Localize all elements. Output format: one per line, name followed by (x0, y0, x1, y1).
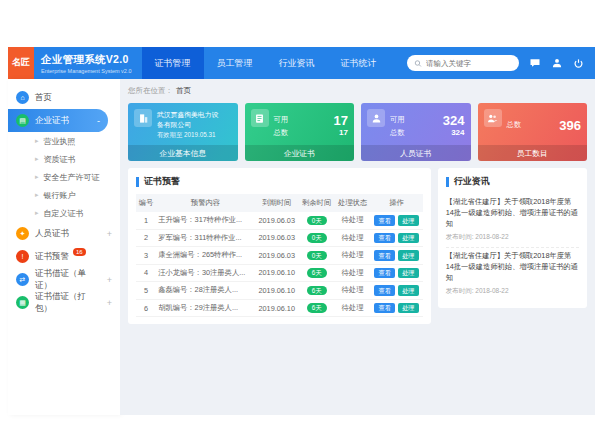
stat-value-total: 396 (559, 118, 581, 133)
tab-staff-management[interactable]: 员工管理 (204, 47, 266, 79)
sidebar-subitem-business-license[interactable]: ▸ 营业执照 (8, 132, 120, 150)
staff-count-card: 总数 396 员工数目 (478, 103, 588, 161)
table-row: 1 王升编号：317特种作业... 2019.06.03 0天 待处理 查看处理 (136, 212, 423, 229)
sidebar-item-home[interactable]: ⌂ 首页 (8, 86, 120, 109)
cell-status: 待处理 (335, 282, 371, 300)
person-icon (367, 109, 385, 127)
stat-label-available: 可用 (390, 115, 404, 125)
sidebar-subitem-qualification-cert[interactable]: ▸ 资质证书 (8, 150, 120, 168)
enterprise-cert-button[interactable]: 企业证书 (245, 145, 355, 161)
sidebar-subitem-label: 营业执照 (44, 136, 76, 147)
breadcrumb-current[interactable]: 首页 (176, 86, 191, 95)
main-nav: 证书管理 员工管理 行业资讯 证书统计 (142, 47, 390, 79)
top-header: 名匠 企业管理系统V2.0 Enterprise Management Syst… (8, 47, 595, 79)
sidebar-subitem-safety-permit[interactable]: ▸ 安全生产许可证 (8, 168, 120, 186)
person-cert-button[interactable]: 人员证书 (361, 145, 471, 161)
view-button[interactable]: 查看 (374, 285, 395, 296)
view-button[interactable]: 查看 (374, 303, 395, 314)
industry-news-panel: 行业资讯 【湖北省住建厅】关于领取2018年度第14批一级建造师初始、增项注册证… (438, 168, 587, 308)
user-icon[interactable] (550, 57, 563, 70)
sidebar-item-cert-borrow-single[interactable]: ⇄ 证书借证（单证） + (8, 268, 120, 291)
sidebar-subitem-label: 自定义证书 (44, 208, 84, 219)
view-button[interactable]: 查看 (374, 268, 395, 279)
app-title-block: 企业管理系统V2.0 Enterprise Management System … (34, 47, 140, 79)
news-item[interactable]: 【湖北省住建厅】关于领取2018年度第14批一级建造师初始、增项注册证书的通知 … (446, 194, 579, 248)
cell-content: 汪小龙编号：30注册类人... (156, 264, 255, 282)
table-row: 2 罗军编号：311特种作业... 2019.06.03 0天 待处理 查看处理 (136, 229, 423, 247)
breadcrumb: 您所在位置：首页 (128, 86, 587, 96)
remain-badge: 6天 (307, 268, 327, 278)
home-icon: ⌂ (16, 91, 29, 104)
stat-label-available: 可用 (274, 115, 288, 125)
handle-button[interactable]: 处理 (398, 250, 419, 261)
sidebar-item-enterprise-cert[interactable]: ▤ 企业证书 - (8, 109, 108, 132)
expand-icon[interactable]: + (107, 298, 112, 308)
news-text: 【湖北省住建厅】关于领取2018年度第14批一级建造师初始、增项注册证书的通知 (446, 197, 579, 230)
cell-content: 胡凯编号：29注册类人... (156, 299, 255, 317)
cell-content: 鑫磊编号：28注册类人... (156, 282, 255, 300)
main-content: 您所在位置：首页 武汉贯鑫徇美电力设 备有限公司 有效期至 2019.05.31 (120, 79, 595, 415)
handle-button[interactable]: 处理 (398, 233, 419, 244)
sidebar-item-person-cert[interactable]: ✦ 人员证书 + (8, 222, 120, 245)
cert-warning-title: 证书预警 (136, 175, 423, 188)
sidebar-item-label: 证书预警 (35, 251, 69, 263)
tab-cert-statistics[interactable]: 证书统计 (328, 47, 390, 79)
tab-cert-management[interactable]: 证书管理 (142, 47, 204, 79)
app-subtitle: Enterprise Management System v2.0 (41, 68, 132, 74)
expand-icon[interactable]: + (107, 229, 112, 239)
title-accent-bar (446, 177, 449, 187)
view-button[interactable]: 查看 (374, 215, 395, 226)
cell-content: 罗军编号：311特种作业... (156, 229, 255, 247)
news-date: 发布时间: 2018-08-22 (446, 233, 579, 242)
cell-no: 6 (136, 299, 156, 317)
search-input[interactable] (426, 59, 512, 68)
sidebar-item-label: 证书借证（打包） (35, 291, 101, 315)
news-item[interactable]: 【湖北省住建厅】关于领取2018年度第14批一级建造师初始、增项注册证书的通知 … (446, 248, 579, 301)
chat-icon[interactable] (528, 57, 541, 70)
certificate-icon (251, 109, 269, 127)
cert-warning-panel: 证书预警 编号 预警内容 到期时间 剩余时间 处理状态 操作 (128, 168, 431, 324)
company-name: 武汉贯鑫徇美电力设 备有限公司 (157, 110, 232, 128)
cell-status: 待处理 (335, 229, 371, 247)
cell-no: 1 (136, 212, 156, 229)
sidebar-subitem-custom-cert[interactable]: ▸ 自定义证书 (8, 204, 120, 222)
sidebar-item-cert-warning[interactable]: ! 证书预警 16 (8, 245, 120, 268)
view-button[interactable]: 查看 (374, 233, 395, 244)
stat-value-total: 17 (339, 128, 348, 137)
chevron-right-icon: ▸ (35, 209, 39, 217)
handle-button[interactable]: 处理 (398, 285, 419, 296)
handle-button[interactable]: 处理 (398, 303, 419, 314)
expand-icon[interactable]: + (107, 275, 112, 285)
sidebar-item-label: 人员证书 (35, 228, 69, 240)
cell-no: 2 (136, 229, 156, 247)
chevron-right-icon: ▸ (35, 191, 39, 199)
cell-expire: 2019.06.10 (255, 299, 299, 317)
cell-expire: 2019.06.03 (255, 229, 299, 247)
tab-industry-news[interactable]: 行业资讯 (266, 47, 328, 79)
cell-expire: 2019.06.10 (255, 264, 299, 282)
chevron-right-icon: ▸ (35, 173, 39, 181)
collapse-icon[interactable]: - (97, 116, 100, 126)
building-icon (134, 109, 152, 127)
col-status: 处理状态 (335, 194, 371, 212)
app-title: 企业管理系统V2.0 (41, 53, 132, 67)
col-content: 预警内容 (156, 194, 255, 212)
cert-warning-icon: ! (16, 250, 29, 263)
remain-badge: 0天 (307, 233, 327, 243)
handle-button[interactable]: 处理 (398, 215, 419, 226)
company-info-button[interactable]: 企业基本信息 (128, 145, 238, 161)
chevron-right-icon: ▸ (35, 155, 39, 163)
sidebar-subitem-bank-account[interactable]: ▸ 银行账户 (8, 186, 120, 204)
remain-badge: 0天 (307, 251, 327, 261)
title-accent-bar (136, 177, 139, 187)
app-frame: 名匠 企业管理系统V2.0 Enterprise Management Syst… (0, 0, 600, 429)
sidebar: ⌂ 首页 ▤ 企业证书 - ▸ 营业执照 ▸ 资质证书 ▸ 安全生产许可证 ▸ … (8, 79, 120, 415)
table-row: 4 汪小龙编号：30注册类人... 2019.06.10 6天 待处理 查看处理 (136, 264, 423, 282)
staff-count-button[interactable]: 员工数目 (478, 145, 588, 161)
power-icon[interactable] (572, 57, 585, 70)
sidebar-item-cert-borrow-package[interactable]: ▦ 证书借证（打包） + (8, 291, 120, 314)
sidebar-subitem-label: 银行账户 (44, 190, 76, 201)
handle-button[interactable]: 处理 (398, 268, 419, 279)
col-remain: 剩余时间 (299, 194, 335, 212)
view-button[interactable]: 查看 (374, 250, 395, 261)
